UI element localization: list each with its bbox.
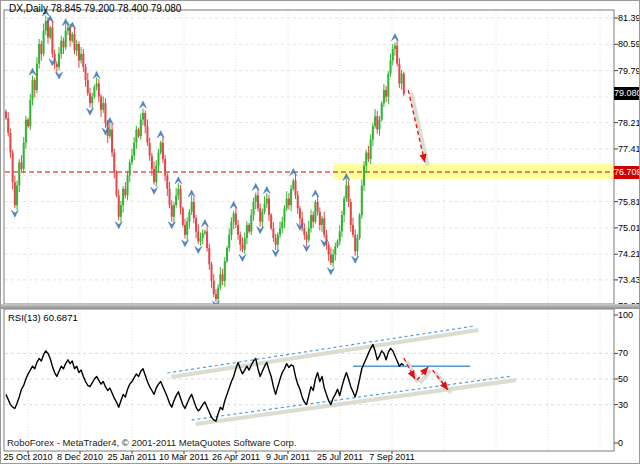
date-axis-label: 7 Sep 2011 — [369, 452, 414, 462]
price-axis-label: 75.810 — [618, 197, 640, 207]
rsi-forecast-arrows — [404, 358, 451, 393]
date-axis-label: 26 Apr 2011 — [212, 452, 260, 462]
price-axis-label: 73.430 — [618, 275, 640, 285]
chart-canvas[interactable] — [1, 1, 640, 464]
panel-splitter[interactable] — [1, 304, 640, 309]
copyright-text: RoboForex - MetaTrader4, © 2001-2011 Met… — [7, 437, 297, 448]
price-axis-label: 81.390 — [618, 13, 640, 23]
rsi-axis-label: 0 — [618, 438, 623, 448]
price-axis-label: 78.210 — [618, 118, 640, 128]
price-axis-label: 77.410 — [618, 144, 640, 154]
date-axis-label: 25 Jan 2011 — [108, 452, 157, 462]
price-axis-label: 75.010 — [618, 223, 640, 233]
price-axis-label: 74.210 — [618, 249, 640, 259]
support-zone — [333, 164, 615, 179]
date-axis-label: 25 Oct 2010 — [3, 452, 52, 462]
rsi-axis-label: 70 — [618, 348, 628, 358]
rsi-indicator-label: RSI(13) 60.6871 — [8, 312, 78, 323]
rsi-line — [6, 344, 404, 421]
target-price-box: 76.709 — [614, 166, 640, 179]
chart-title: DX,Daily 78.845 79.200 78.400 79.080 — [9, 3, 181, 14]
price-axis-label: 80.590 — [618, 39, 640, 49]
rsi-axis-label: 30 — [618, 400, 628, 410]
date-axis-label: 9 Jun 2011 — [266, 452, 310, 462]
rsi-axis-label: 100 — [618, 310, 633, 320]
date-axis-label: 8 Dec 2010 — [57, 452, 103, 462]
price-forecast-arrow — [408, 90, 428, 165]
current-price-box: 79.080 — [614, 87, 640, 100]
rsi-axis-label: 50 — [618, 374, 628, 384]
mt4-chart-window: DX,Daily 78.845 79.200 78.400 79.080 RSI… — [0, 0, 640, 464]
candlestick-series — [5, 15, 405, 302]
date-axis-label: 10 Mar 2011 — [159, 452, 209, 462]
date-axis-label: 25 Jul 2011 — [317, 452, 363, 462]
price-axis-label: 79.790 — [618, 66, 640, 76]
